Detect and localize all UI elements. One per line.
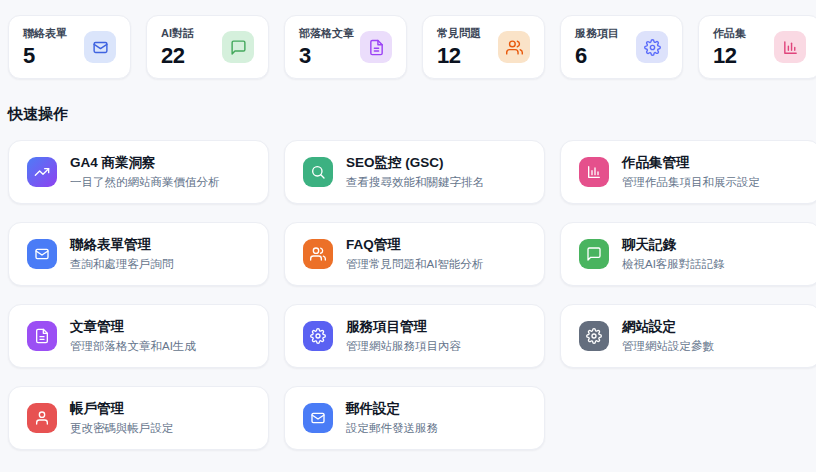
stat-label: 作品集	[713, 26, 746, 41]
action-text: 服務項目管理 管理網站服務項目內容	[346, 318, 461, 354]
gear-icon	[579, 321, 609, 351]
document-icon	[27, 321, 57, 351]
gear-icon	[303, 321, 333, 351]
bar-chart-icon	[774, 31, 806, 63]
quick-action-card[interactable]: 網站設定 管理網站設定參數	[560, 304, 816, 368]
action-subtitle: 管理部落格文章和AI生成	[70, 339, 196, 354]
stat-value: 3	[299, 43, 354, 69]
mail-icon	[303, 403, 333, 433]
chat-bubble-icon	[222, 31, 254, 63]
stat-label: 服務項目	[575, 26, 619, 41]
stat-label: 部落格文章	[299, 26, 354, 41]
stat-text: 服務項目 6	[575, 26, 619, 69]
stat-card: 作品集 12	[698, 15, 816, 79]
stat-label: 聯絡表單	[23, 26, 67, 41]
action-text: 文章管理 管理部落格文章和AI生成	[70, 318, 196, 354]
action-title: 服務項目管理	[346, 318, 461, 336]
stat-label: 常見問題	[437, 26, 481, 41]
action-subtitle: 查看搜尋效能和關鍵字排名	[346, 175, 484, 190]
action-subtitle: 更改密碼與帳戶設定	[70, 421, 174, 436]
stat-value: 22	[161, 43, 194, 69]
gear-icon	[636, 31, 668, 63]
action-subtitle: 管理作品集項目和展示設定	[622, 175, 760, 190]
action-text: 網站設定 管理網站設定參數	[622, 318, 714, 354]
action-title: 帳戶管理	[70, 400, 174, 418]
user-icon	[27, 403, 57, 433]
quick-actions-title: 快速操作	[8, 105, 816, 124]
mail-icon	[27, 239, 57, 269]
action-subtitle: 檢視AI客服對話記錄	[622, 257, 725, 272]
action-title: 作品集管理	[622, 154, 760, 172]
action-title: 文章管理	[70, 318, 196, 336]
quick-action-card[interactable]: FAQ管理 管理常見問題和AI智能分析	[284, 222, 545, 286]
quick-action-card[interactable]: 郵件設定 設定郵件發送服務	[284, 386, 545, 450]
stat-value: 12	[437, 43, 481, 69]
bar-chart-icon	[579, 157, 609, 187]
action-subtitle: 查詢和處理客戶詢問	[70, 257, 174, 272]
action-title: FAQ管理	[346, 236, 483, 254]
stat-card: 常見問題 12	[422, 15, 545, 79]
action-text: 帳戶管理 更改密碼與帳戶設定	[70, 400, 174, 436]
action-subtitle: 管理常見問題和AI智能分析	[346, 257, 483, 272]
quick-action-card[interactable]: 服務項目管理 管理網站服務項目內容	[284, 304, 545, 368]
stat-card: 服務項目 6	[560, 15, 683, 79]
stat-text: 常見問題 12	[437, 26, 481, 69]
stat-card: 部落格文章 3	[284, 15, 407, 79]
stat-text: 聯絡表單 5	[23, 26, 67, 69]
action-title: 聯絡表單管理	[70, 236, 174, 254]
chat-bubble-icon	[579, 239, 609, 269]
stats-row: 聯絡表單 5 AI對話 22 部落格文章 3 常見問題 12 服務項目 6	[0, 0, 816, 79]
action-text: 聊天記錄 檢視AI客服對話記錄	[622, 236, 725, 272]
users-icon	[303, 239, 333, 269]
stat-label: AI對話	[161, 26, 194, 41]
trending-up-icon	[27, 157, 57, 187]
action-text: 作品集管理 管理作品集項目和展示設定	[622, 154, 760, 190]
action-title: 郵件設定	[346, 400, 438, 418]
action-text: 聯絡表單管理 查詢和處理客戶詢問	[70, 236, 174, 272]
action-text: GA4 商業洞察 一目了然的網站商業價值分析	[70, 154, 220, 190]
stat-value: 6	[575, 43, 619, 69]
quick-action-card[interactable]: 作品集管理 管理作品集項目和展示設定	[560, 140, 816, 204]
stat-card: AI對話 22	[146, 15, 269, 79]
document-icon	[360, 31, 392, 63]
action-subtitle: 管理網站服務項目內容	[346, 339, 461, 354]
quick-action-card[interactable]: GA4 商業洞察 一目了然的網站商業價值分析	[8, 140, 269, 204]
action-text: 郵件設定 設定郵件發送服務	[346, 400, 438, 436]
action-title: 聊天記錄	[622, 236, 725, 254]
action-title: GA4 商業洞察	[70, 154, 220, 172]
action-subtitle: 一目了然的網站商業價值分析	[70, 175, 220, 190]
stat-card: 聯絡表單 5	[8, 15, 131, 79]
action-text: SEO監控 (GSC) 查看搜尋效能和關鍵字排名	[346, 154, 484, 190]
action-text: FAQ管理 管理常見問題和AI智能分析	[346, 236, 483, 272]
quick-actions-grid: GA4 商業洞察 一目了然的網站商業價值分析 SEO監控 (GSC) 查看搜尋效…	[0, 124, 816, 450]
action-subtitle: 設定郵件發送服務	[346, 421, 438, 436]
mail-icon	[84, 31, 116, 63]
stat-value: 5	[23, 43, 67, 69]
quick-action-card[interactable]: 帳戶管理 更改密碼與帳戶設定	[8, 386, 269, 450]
stat-text: 作品集 12	[713, 26, 746, 69]
action-title: 網站設定	[622, 318, 714, 336]
stat-value: 12	[713, 43, 746, 69]
action-title: SEO監控 (GSC)	[346, 154, 484, 172]
search-icon	[303, 157, 333, 187]
stat-text: 部落格文章 3	[299, 26, 354, 69]
action-subtitle: 管理網站設定參數	[622, 339, 714, 354]
quick-action-card[interactable]: 文章管理 管理部落格文章和AI生成	[8, 304, 269, 368]
quick-action-card[interactable]: SEO監控 (GSC) 查看搜尋效能和關鍵字排名	[284, 140, 545, 204]
stat-text: AI對話 22	[161, 26, 194, 69]
users-icon	[498, 31, 530, 63]
quick-action-card[interactable]: 聯絡表單管理 查詢和處理客戶詢問	[8, 222, 269, 286]
quick-action-card[interactable]: 聊天記錄 檢視AI客服對話記錄	[560, 222, 816, 286]
